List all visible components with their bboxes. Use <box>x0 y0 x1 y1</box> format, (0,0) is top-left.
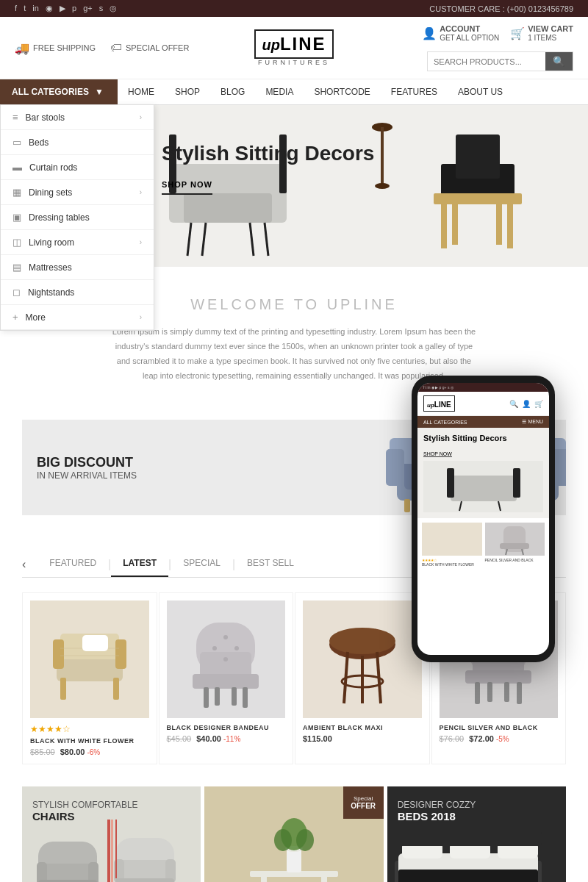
promo-chairs-subtitle: CHAIRS <box>32 810 138 822</box>
dropdown-item-label: More <box>26 312 46 323</box>
nav-home[interactable]: HOME <box>118 79 165 104</box>
promo-banner-offer[interactable]: Special OFFER <box>204 786 383 882</box>
dropdown-item-label: Nightstands <box>28 287 74 298</box>
nav-features[interactable]: FEATURES <box>381 79 448 104</box>
tab-best-sell[interactable]: BEST SELL <box>235 552 306 577</box>
dropdown-beds[interactable]: ▭ Beds <box>1 130 154 155</box>
dropdown-living-room[interactable]: ◫ Living room › <box>1 230 154 255</box>
search-input[interactable] <box>428 52 545 71</box>
product-1-discount: -6% <box>87 748 100 756</box>
dropdown-bar-stools[interactable]: ≡ Bar stools › <box>1 105 154 130</box>
phone-mockup: f t in ◉ ▶ p g+ s ◎ upLINE 🔍 👤 🛒 ALL CAT… <box>412 376 555 662</box>
tab-featured[interactable]: FEATURED <box>37 552 108 577</box>
categories-dropdown: ≡ Bar stools › ▭ Beds ▬ Curtain rods ▦ D… <box>0 104 154 331</box>
logo-line: LINE <box>280 34 326 54</box>
product-4-discount: -5% <box>496 735 509 743</box>
header-promos: 🚚 FREE SHIPPING 🏷 SPECIAL OFFER <box>15 41 196 55</box>
social-links[interactable]: f t in ◉ ▶ p g+ s ◎ <box>15 4 121 13</box>
phone-product-1: ★★★★☆ BLACK WITH WHITE FLOWER <box>422 523 482 567</box>
promo-beds-text: DESIGNER COZZY BEDS 2018 <box>398 800 476 822</box>
nav-shortcode[interactable]: SHORTCODE <box>304 79 380 104</box>
dropdown-more[interactable]: + More › <box>1 305 154 330</box>
svg-rect-68 <box>487 682 492 702</box>
nav-shop[interactable]: SHOP <box>165 79 210 104</box>
svg-rect-89 <box>321 877 327 882</box>
cart-sub: 1 ITEMS <box>528 34 573 43</box>
promo-banner-beds[interactable]: DESIGNER COZZY BEDS 2018 <box>387 786 566 882</box>
svg-line-32 <box>498 501 501 511</box>
special-offer-label: SPECIAL OFFER <box>126 43 189 52</box>
tab-latest[interactable]: LATEST <box>111 552 168 577</box>
arrow-icon: › <box>140 188 142 196</box>
dropdown-dining-sets[interactable]: ▦ Dining sets › <box>1 180 154 205</box>
facebook-icon[interactable]: f <box>15 4 17 12</box>
svg-rect-66 <box>475 682 480 704</box>
youtube-icon[interactable]: ▶ <box>60 4 65 12</box>
svg-rect-34 <box>500 543 529 549</box>
cart-button[interactable]: 🛒 VIEW CART 1 ITEMS <box>510 24 573 43</box>
search-button[interactable]: 🔍 <box>545 52 573 71</box>
svg-rect-84 <box>107 820 110 882</box>
tab-buttons: FEATURED | LATEST | SPECIAL | BEST SELL <box>37 552 306 577</box>
twitter-icon[interactable]: t <box>24 4 26 12</box>
logo[interactable]: upLINE FURNITURES <box>204 29 385 66</box>
linkedin-icon[interactable]: in <box>32 4 39 12</box>
svg-point-94 <box>296 829 314 851</box>
svg-rect-45 <box>82 635 108 651</box>
nav-media[interactable]: MEDIA <box>255 79 304 104</box>
phone-product-1-img <box>422 523 482 556</box>
search-bar[interactable]: 🔍 <box>427 51 573 71</box>
skype-icon[interactable]: s <box>99 4 104 12</box>
dropdown-dressing-tables[interactable]: ▣ Dressing tables <box>1 205 154 230</box>
svg-rect-24 <box>404 499 410 512</box>
dropdown-item-label: Dressing tables <box>29 212 90 223</box>
dropdown-nightstands[interactable]: ◻ Nightstands <box>1 280 154 305</box>
dropdown-mattresses[interactable]: ▤ Mattresses <box>1 255 154 280</box>
phone-topbar: f t in ◉ ▶ p g+ s ◎ <box>417 383 549 392</box>
promo-chairs-image <box>22 820 201 882</box>
svg-line-31 <box>459 501 462 511</box>
free-shipping-promo: 🚚 FREE SHIPPING <box>15 41 96 55</box>
arrow-icon: › <box>140 313 142 321</box>
shop-now-button[interactable]: SHOP NOW <box>162 176 212 195</box>
phone-product-2-img <box>485 523 545 556</box>
instagram-icon[interactable]: ◎ <box>110 4 117 12</box>
phone-product-2-name: PENCIL SILVER AND BLACK <box>485 558 545 562</box>
dropdown-curtain-rods[interactable]: ▬ Curtain rods <box>1 155 154 180</box>
svg-rect-90 <box>287 849 301 872</box>
phone-screen: f t in ◉ ▶ p g+ s ◎ upLINE 🔍 👤 🛒 ALL CAT… <box>417 383 549 655</box>
header-actions: 👤 ACCOUNT GET ALL OPTION 🛒 VIEW CART 1 I… <box>392 24 573 71</box>
customer-care: CUSTOMER CARE : (+00) 0123456789 <box>429 4 573 13</box>
product-1-stars: ★★★★☆ <box>30 724 149 734</box>
discount-title: BIG DISCOUNT <box>37 455 137 470</box>
rss-icon[interactable]: ◉ <box>46 4 53 12</box>
svg-point-56 <box>223 657 228 662</box>
pinterest-icon[interactable]: p <box>72 4 76 12</box>
nav-about[interactable]: ABOUT US <box>448 79 513 104</box>
svg-rect-100 <box>395 831 542 846</box>
account-button[interactable]: 👤 ACCOUNT GET ALL OPTION <box>422 24 499 43</box>
phone-hero-title: Stylish Sitting Decors <box>423 434 543 442</box>
tab-special[interactable]: SPECIAL <box>171 552 232 577</box>
beds-icon: ▭ <box>12 137 21 148</box>
phone-shop-btn[interactable]: SHOP NOW <box>423 451 452 457</box>
phone-logo: upLINE <box>423 395 455 412</box>
badge-special: Special <box>349 795 378 802</box>
categories-dropdown-toggle[interactable]: ALL CATEGORIES ▼ <box>0 79 118 104</box>
product-3-price-new: $115.00 <box>303 734 332 743</box>
tabs-prev-arrow[interactable]: ‹ <box>22 558 37 571</box>
promo-chairs-title: STYLISH COMFORTABLE <box>32 800 138 810</box>
nav-blog[interactable]: BLOG <box>210 79 255 104</box>
product-4-price-old: $76.00 <box>440 734 465 743</box>
logo-up: up <box>262 37 279 53</box>
promo-banner-chairs[interactable]: STYLISH COMFORTABLE CHAIRS <box>22 786 201 882</box>
svg-rect-65 <box>465 670 531 684</box>
product-2-price-old: $45.00 <box>167 734 192 743</box>
svg-rect-22 <box>386 449 404 486</box>
product-1-name: BLACK WITH WHITE FLOWER <box>30 737 149 745</box>
dressing-icon: ▣ <box>12 212 21 223</box>
welcome-text: Lorem Ipsum is simply dummy text of the … <box>110 325 478 383</box>
dropdown-item-label: Curtain rods <box>29 162 77 173</box>
googleplus-icon[interactable]: g+ <box>83 4 93 12</box>
product-3-name: AMBIENT BLACK MAXI <box>303 724 422 731</box>
